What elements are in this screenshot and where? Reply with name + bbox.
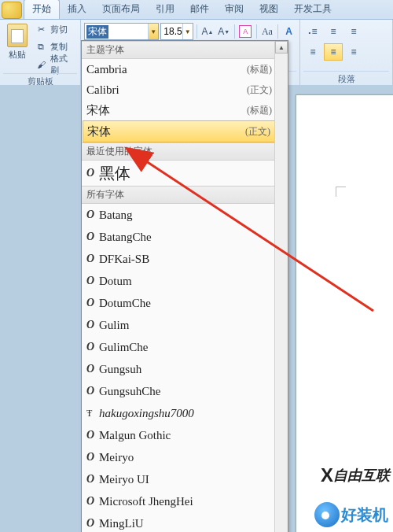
tab-mailings[interactable]: 邮件 (182, 0, 217, 19)
font-option[interactable]: OMingLiU (82, 512, 288, 532)
scroll-up-icon[interactable]: ▲ (275, 41, 288, 54)
font-option-name: DotumChe (99, 297, 151, 310)
align-left-button[interactable]: ≡ (303, 43, 322, 61)
numbering-button[interactable]: ≡ (324, 23, 343, 40)
font-option[interactable]: 宋体(标题) (82, 100, 288, 120)
opentype-icon: O (86, 451, 99, 464)
font-option-name: Batang (99, 209, 133, 222)
font-option-name: Meiryo UI (99, 473, 149, 486)
separator (234, 24, 235, 39)
opentype-icon: O (86, 429, 99, 441)
bullets-button[interactable]: ≡ (303, 23, 322, 40)
font-option[interactable]: ODFKai-SB (82, 248, 288, 270)
font-size-combo[interactable]: 18.5 ▼ (160, 23, 193, 40)
copy-label: 复制 (50, 41, 68, 53)
font-name-value: 宋体 (86, 25, 108, 39)
ribbon-tabs: 开始 插入 页面布局 引用 邮件 审阅 视图 开发工具 (0, 0, 393, 20)
paste-label: 粘贴 (9, 49, 26, 61)
font-option[interactable]: OMeiryo (82, 446, 288, 468)
font-option-name: Gungsuh (99, 363, 141, 376)
opentype-icon: O (86, 275, 99, 287)
font-option[interactable]: OBatang (82, 204, 288, 226)
font-option[interactable]: 宋体(正文) (83, 120, 287, 142)
font-option[interactable]: OBatangChe (82, 226, 288, 248)
font-option-name: Calibri (86, 83, 119, 97)
tab-insert[interactable]: 插入 (60, 0, 94, 19)
multilevel-button[interactable]: ≡ (344, 23, 363, 40)
tab-page-layout[interactable]: 页面布局 (94, 0, 148, 19)
opentype-icon: O (86, 297, 99, 309)
cut-button[interactable]: ✂ 剪切 (33, 21, 77, 38)
change-case-button[interactable]: Aa (260, 23, 275, 40)
truetype-icon: Ŧ (86, 408, 99, 419)
section-all-fonts: 所有字体 (82, 186, 288, 204)
font-option[interactable]: Cambria(标题) (82, 59, 288, 79)
opentype-icon: O (86, 495, 99, 508)
watermark-2-text: 好装机 (341, 504, 388, 526)
chevron-down-icon[interactable]: ▼ (148, 24, 158, 39)
font-dropdown: 主题字体Cambria(标题)Calibri(正文)宋体(标题)宋体(正文)最近… (81, 40, 288, 532)
font-option-tag: (标题) (247, 104, 272, 117)
tab-references[interactable]: 引用 (148, 0, 182, 19)
text-effects-button[interactable]: A (281, 23, 296, 40)
separator (196, 24, 197, 39)
tab-view[interactable]: 视图 (252, 0, 286, 19)
font-size-value: 18.5 (163, 26, 182, 37)
font-option-tag: (正文) (245, 125, 270, 139)
clear-format-button[interactable]: A (238, 23, 253, 40)
opentype-icon: O (86, 231, 99, 243)
font-option-name: GulimChe (99, 341, 149, 354)
font-option[interactable]: OGungsuh (82, 358, 288, 380)
separator (277, 24, 278, 39)
separator (256, 24, 257, 39)
copy-icon: ⧉ (35, 41, 47, 54)
scrollbar[interactable]: ▲ ▼ (274, 41, 288, 532)
opentype-icon: O (86, 517, 99, 530)
font-option-name: Dotum (99, 275, 132, 288)
font-option-name: 宋体 (86, 103, 110, 118)
chevron-down-icon[interactable]: ▼ (182, 24, 193, 39)
font-option[interactable]: OMalgun Gothic (82, 424, 288, 446)
font-option[interactable]: ODotumChe (82, 292, 288, 314)
font-option-name: GungsuhChe (99, 385, 160, 398)
font-option[interactable]: OMeiryo UI (82, 468, 288, 490)
tab-developer[interactable]: 开发工具 (286, 0, 340, 19)
shrink-font-button[interactable]: A▼ (216, 23, 231, 40)
section-theme-fonts: 主题字体 (82, 41, 288, 59)
font-option-name: Gulim (99, 319, 129, 332)
font-option-name: DFKai-SB (99, 253, 149, 266)
font-option-name: hakugoxingshu7000 (99, 407, 194, 420)
watermark-1: X 自由互联 (321, 464, 390, 486)
font-option[interactable]: ODotum (82, 270, 288, 292)
font-option-name: Meiryo (99, 451, 134, 464)
font-option-name: 黑体 (99, 163, 130, 184)
eye-icon (314, 502, 340, 527)
opentype-icon: O (86, 341, 99, 353)
group-paragraph: ≡ ≡ ≡ ≡ ≡ ≡ 段落 (300, 20, 393, 87)
font-option[interactable]: Ŧhakugoxingshu7000 (82, 402, 288, 424)
font-option[interactable]: OGulim (82, 314, 288, 336)
office-button[interactable] (2, 2, 22, 19)
tab-home[interactable]: 开始 (24, 0, 60, 19)
tab-review[interactable]: 审阅 (217, 0, 252, 19)
opentype-icon: O (86, 167, 99, 179)
font-option-tag: (标题) (247, 63, 272, 76)
font-option-name: MingLiU (99, 517, 144, 530)
paragraph-group-label: 段落 (303, 71, 389, 87)
format-painter-button[interactable]: 🖌 格式刷 (33, 56, 77, 73)
margin-marker (336, 187, 346, 197)
font-option[interactable]: OGulimChe (82, 336, 288, 358)
font-option[interactable]: OMicrosoft JhengHei (82, 490, 288, 512)
align-center-button[interactable]: ≡ (324, 43, 343, 61)
font-option[interactable]: Calibri(正文) (82, 79, 288, 100)
align-right-button[interactable]: ≡ (344, 43, 363, 61)
font-name-combo[interactable]: 宋体 ▼ (84, 23, 159, 40)
grow-font-button[interactable]: A▲ (200, 23, 215, 40)
brush-icon: 🖌 (35, 58, 47, 71)
paste-button[interactable]: 粘贴 (3, 21, 31, 73)
font-option[interactable]: OGungsuhChe (82, 380, 288, 402)
font-option-name: BatangChe (99, 231, 152, 244)
font-option[interactable]: O黑体 (82, 161, 288, 186)
paste-icon (7, 24, 28, 47)
opentype-icon: O (86, 319, 99, 331)
